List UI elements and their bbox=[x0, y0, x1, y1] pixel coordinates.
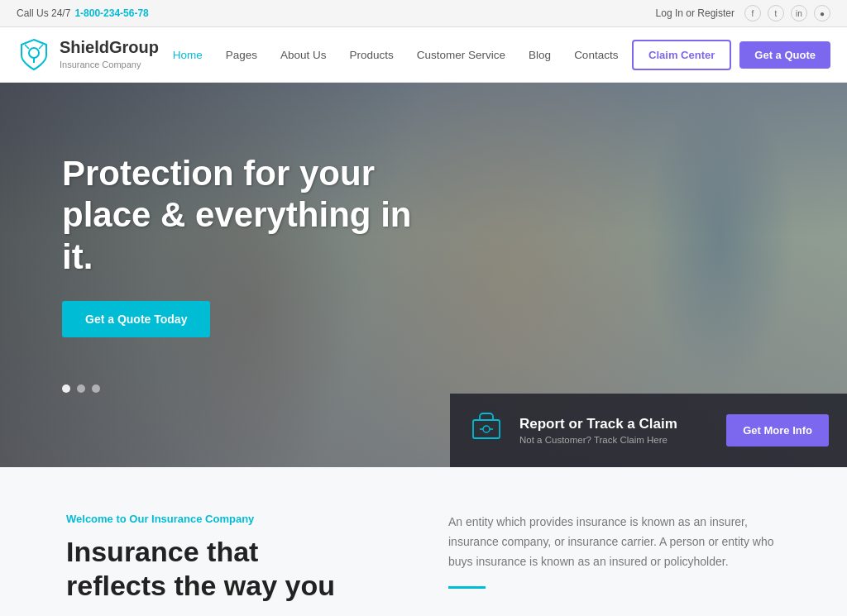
facebook-icon[interactable]: f bbox=[744, 5, 761, 21]
claim-icon bbox=[468, 408, 505, 452]
carousel-dot-2[interactable] bbox=[77, 384, 85, 393]
phone-number[interactable]: 1-800-234-56-78 bbox=[74, 7, 148, 19]
brand-sub: Insurance Company bbox=[60, 60, 141, 69]
below-right: An entity which provides insurance is kn… bbox=[448, 513, 781, 603]
svg-line-2 bbox=[25, 45, 29, 49]
rss-icon[interactable]: ● bbox=[814, 5, 830, 21]
nav-pages[interactable]: Pages bbox=[214, 42, 269, 68]
logo[interactable]: ShieldGroup Insurance Company bbox=[17, 37, 159, 72]
nav-home[interactable]: Home bbox=[161, 42, 214, 68]
nav-customer-service[interactable]: Customer Service bbox=[405, 42, 517, 68]
claim-title: Report or Track a Claim bbox=[519, 416, 711, 432]
hero-section: Protection for your place & everything i… bbox=[0, 83, 847, 467]
login-link[interactable]: Log In or Register bbox=[656, 7, 735, 19]
top-bar-right: Log In or Register f t in ● bbox=[656, 5, 830, 21]
heading-line2: reflects the way you bbox=[66, 570, 335, 601]
linkedin-icon[interactable]: in bbox=[791, 5, 807, 21]
below-left: Welcome to Our Insurance Company Insuran… bbox=[66, 513, 399, 603]
top-bar: Call Us 24/7 1-800-234-56-78 Log In or R… bbox=[0, 0, 847, 27]
section-body: An entity which provides insurance is kn… bbox=[448, 513, 781, 571]
svg-line-3 bbox=[39, 45, 43, 49]
twitter-icon[interactable]: t bbox=[768, 5, 784, 21]
nav-about[interactable]: About Us bbox=[269, 42, 338, 68]
call-label: Call Us 24/7 bbox=[17, 7, 70, 19]
nav-blog[interactable]: Blog bbox=[517, 42, 562, 68]
claim-subtitle: Not a Customer? Track Claim Here bbox=[519, 435, 711, 445]
svg-rect-4 bbox=[473, 420, 500, 438]
main-header: ShieldGroup Insurance Company Home Pages… bbox=[0, 27, 847, 83]
hero-cta-button[interactable]: Get a Quote Today bbox=[62, 301, 210, 337]
carousel-dots bbox=[62, 384, 100, 393]
nav-contacts[interactable]: Contacts bbox=[562, 42, 629, 68]
heading-line1: Insurance that bbox=[66, 536, 258, 567]
main-nav: Home Pages About Us Products Customer Se… bbox=[161, 42, 630, 68]
claim-bar: Report or Track a Claim Not a Customer? … bbox=[450, 394, 847, 467]
header-buttons: Claim Center Get a Quote bbox=[632, 40, 830, 70]
section-tag: Welcome to Our Insurance Company bbox=[66, 513, 399, 525]
nav-products[interactable]: Products bbox=[338, 42, 405, 68]
below-hero-section: Welcome to Our Insurance Company Insuran… bbox=[0, 467, 847, 616]
logo-icon bbox=[17, 37, 51, 72]
teal-divider bbox=[448, 586, 486, 589]
logo-text: ShieldGroup Insurance Company bbox=[60, 38, 159, 71]
get-more-info-button[interactable]: Get More Info bbox=[726, 414, 829, 446]
carousel-dot-3[interactable] bbox=[92, 384, 100, 393]
carousel-dot-1[interactable] bbox=[62, 384, 70, 393]
hero-content: Protection for your place & everything i… bbox=[62, 153, 443, 337]
hero-title: Protection for your place & everything i… bbox=[62, 153, 443, 278]
svg-point-5 bbox=[483, 426, 490, 432]
social-icons: f t in ● bbox=[744, 5, 830, 21]
svg-point-0 bbox=[29, 48, 39, 58]
claim-center-button[interactable]: Claim Center bbox=[632, 40, 731, 70]
claim-text: Report or Track a Claim Not a Customer? … bbox=[519, 416, 711, 445]
top-bar-left: Call Us 24/7 1-800-234-56-78 bbox=[17, 7, 149, 19]
get-quote-button[interactable]: Get a Quote bbox=[739, 41, 830, 69]
section-heading: Insurance that reflects the way you bbox=[66, 535, 399, 603]
brand-name: ShieldGroup bbox=[60, 38, 159, 56]
